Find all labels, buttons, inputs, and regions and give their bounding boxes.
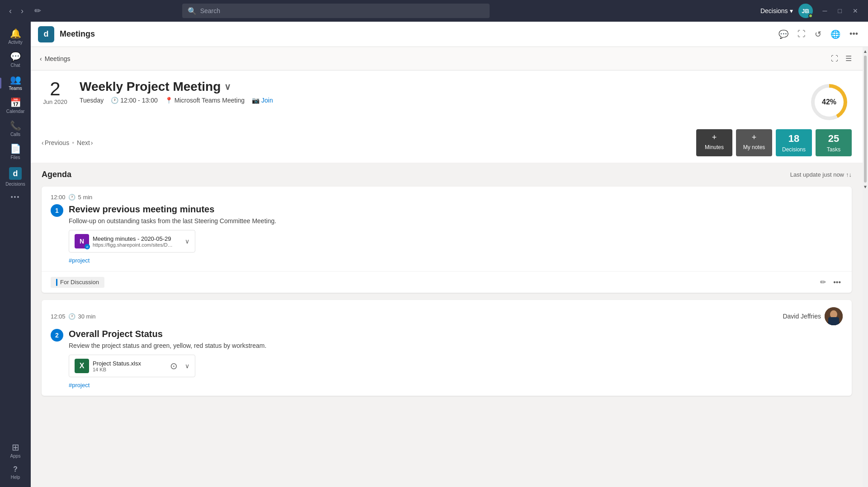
decisions-button[interactable]: 18 Decisions (776, 129, 812, 156)
sidebar-item-activity[interactable]: 🔔 Activity (0, 25, 31, 48)
expand-view-button[interactable]: ⛶ (829, 52, 840, 65)
apps-icon: ⊞ (12, 443, 19, 452)
activity-icon: 🔔 (10, 29, 21, 38)
minutes-button[interactable]: + Minutes (696, 129, 732, 156)
agenda-tag-1[interactable]: #project (69, 257, 843, 264)
search-input[interactable] (200, 7, 484, 14)
sidebar-item-files[interactable]: 📄 Files (0, 140, 31, 164)
sidebar-item-decisions[interactable]: d Decisions (0, 164, 31, 190)
next-chevron-icon: › (91, 139, 93, 146)
agenda-title: Agenda (42, 170, 71, 179)
sidebar-item-chat[interactable]: 💬 Chat (0, 48, 31, 71)
agenda-item-title-1: Review previous meeting minutes (69, 204, 843, 215)
sort-icon[interactable]: ↑↓ (846, 171, 852, 178)
my-notes-button[interactable]: + My notes (736, 129, 772, 156)
calendar-icon: 📅 (10, 98, 21, 107)
title-chevron-icon[interactable]: ∨ (224, 81, 231, 92)
agenda-tag-2[interactable]: #project (69, 382, 843, 389)
attachment-chevron-icon: ∨ (185, 238, 189, 245)
agenda-number-2: 2 (51, 329, 63, 342)
chat-action-button[interactable]: 💬 (776, 27, 791, 42)
sidebar-item-apps[interactable]: ⊞ Apps (0, 439, 31, 462)
app-selector[interactable]: Decisions ▾ (760, 7, 793, 14)
attachment-pending-icon: ⊙ (170, 361, 178, 371)
more-options-button[interactable]: ••• (847, 27, 861, 42)
app-header-actions: 💬 ⛶ ↺ 🌐 ••• (776, 27, 861, 42)
app-logo: d (38, 26, 54, 42)
files-icon: 📄 (10, 144, 21, 153)
help-icon: ? (13, 466, 18, 473)
meeting-header: 2 Jun 2020 Weekly Project Meeting ∨ Tues… (31, 70, 863, 125)
agenda-number-1: 1 (51, 204, 63, 217)
meeting-join: 📷 Join (252, 97, 273, 104)
compose-icon[interactable]: ✏ (31, 4, 45, 18)
list-view-button[interactable]: ☰ (844, 52, 854, 65)
avatar[interactable]: JB (798, 4, 813, 18)
svg-point-3 (830, 310, 837, 317)
agenda-item-time-row-2: 12:05 🕐 30 min David Jeffries (51, 307, 843, 325)
agenda-attachment-1[interactable]: N d Meeting minutes - 2020-05-29 https:/… (69, 230, 195, 253)
svg-rect-4 (828, 317, 839, 325)
refresh-button[interactable]: ↺ (812, 27, 824, 42)
presence-dot (808, 14, 813, 18)
clock-icon: 🕐 (68, 194, 75, 201)
forward-button[interactable]: › (17, 5, 27, 18)
agenda-item-time-1: 12:00 🕐 5 min (51, 194, 843, 201)
breadcrumb-bar: ‹ Meetings ⛶ ☰ (31, 47, 863, 70)
agenda-section: Agenda Last update just now ↑↓ 12:00 🕐 (31, 163, 863, 410)
onenote-icon: N d (75, 234, 89, 248)
next-button[interactable]: Next › (77, 139, 93, 146)
app-title: Meetings (60, 29, 95, 39)
clock-icon: 🕐 (111, 97, 118, 104)
tasks-button[interactable]: 25 Tasks (816, 129, 852, 156)
search-bar: 🔍 (182, 4, 490, 18)
discussion-bar (56, 279, 57, 286)
plus-icon: + (752, 133, 757, 142)
agenda-attachment-2[interactable]: X Project Status.xlsx 14 KB ⊙ ∨ (69, 355, 195, 377)
meeting-title: Weekly Project Meeting ∨ (80, 80, 807, 94)
sidebar-item-more[interactable]: ••• (0, 190, 31, 204)
sidebar-item-help[interactable]: ? Help (0, 462, 31, 483)
scroll-down-arrow[interactable]: ▼ (863, 184, 868, 189)
meeting-date-day: 2 (42, 80, 69, 98)
maximize-button[interactable]: □ (834, 5, 846, 16)
calls-icon: 📞 (10, 121, 21, 130)
meeting-info: Weekly Project Meeting ∨ Tuesday 🕐 12:00… (80, 80, 807, 104)
previous-button[interactable]: ‹ Previous (42, 139, 69, 146)
agenda-item-header-2: 12:05 🕐 30 min David Jeffries (42, 300, 852, 396)
sidebar-item-teams[interactable]: 👥 Teams (0, 71, 31, 94)
time-info-2: 12:05 🕐 30 min (51, 313, 96, 320)
right-scrollbar: ▲ ▼ (863, 47, 868, 487)
app-header: d Meetings 💬 ⛶ ↺ 🌐 ••• (31, 22, 868, 47)
meeting-date-month: Jun 2020 (42, 98, 69, 105)
minimize-button[interactable]: ─ (818, 5, 832, 16)
join-link[interactable]: Join (261, 97, 273, 104)
discussion-badge: For Discussion (51, 277, 104, 288)
agenda-content-1: Review previous meeting minutes Follow-u… (69, 204, 843, 264)
globe-button[interactable]: 🌐 (828, 27, 843, 42)
edit-button[interactable]: ✏ (818, 276, 828, 288)
close-button[interactable]: ✕ (848, 5, 863, 16)
chevron-left-icon: ‹ (40, 55, 42, 62)
action-buttons: + Minutes + My notes 18 Decisions (696, 129, 852, 156)
sidebar-item-calendar[interactable]: 📅 Calendar (0, 94, 31, 117)
chevron-down-icon: ▾ (790, 7, 793, 14)
agenda-last-update: Last update just now ↑↓ (790, 171, 852, 178)
prev-chevron-icon: ‹ (42, 139, 44, 146)
clock-icon-2: 🕐 (68, 313, 75, 320)
breadcrumb-back[interactable]: ‹ Meetings (40, 55, 70, 62)
agenda-item-desc-2: Review the project status and green, yel… (69, 342, 843, 349)
agenda-item-title-2: Overall Project Status (69, 329, 843, 339)
agenda-header: Agenda Last update just now ↑↓ (42, 170, 852, 179)
expand-button[interactable]: ⛶ (795, 27, 808, 42)
plus-icon: + (712, 133, 717, 142)
sidebar-item-calls[interactable]: 📞 Calls (0, 117, 31, 140)
sidebar: 🔔 Activity 💬 Chat 👥 Teams 📅 Calendar 📞 C… (0, 22, 31, 487)
main-layout: 🔔 Activity 💬 Chat 👥 Teams 📅 Calendar 📞 C… (0, 22, 868, 487)
meeting-nav-row: ‹ Previous • Next › + Minutes (31, 125, 863, 163)
owner-avatar (825, 307, 843, 325)
back-button[interactable]: ‹ (5, 5, 15, 18)
scroll-up-arrow[interactable]: ▲ (863, 49, 868, 54)
more-button[interactable]: ••• (831, 276, 843, 288)
scroll-thumb[interactable] (864, 56, 867, 183)
